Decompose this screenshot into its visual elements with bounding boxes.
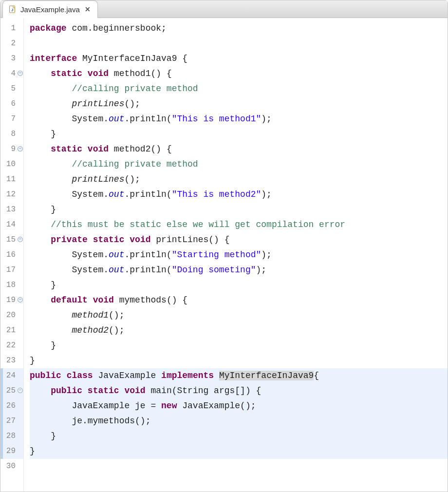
code-line[interactable]: //this must be static else we will get c… <box>30 217 448 232</box>
code-line[interactable]: } <box>30 338 448 353</box>
code-line[interactable]: } <box>30 444 448 459</box>
fold-toggle-icon[interactable]: − <box>18 237 23 242</box>
tab-filename: JavaExample.java <box>20 5 80 14</box>
line-number: 8 <box>0 127 23 142</box>
code-line[interactable]: public static void main(String args[]) { <box>30 383 448 398</box>
code-line[interactable] <box>30 36 448 51</box>
line-number: 18 <box>0 278 23 293</box>
code-line[interactable]: System.out.println("Doing someting"); <box>30 263 448 278</box>
code-line[interactable]: System.out.println("Starting method"); <box>30 247 448 263</box>
line-number: 19− <box>0 293 23 308</box>
line-number: 14 <box>0 217 23 232</box>
line-number: 16 <box>0 247 23 263</box>
code-line[interactable]: } <box>30 278 448 293</box>
code-line[interactable]: static void method1() { <box>30 66 448 81</box>
code-line[interactable]: public class JavaExample implements MyIn… <box>30 368 448 383</box>
line-number: 30 <box>0 459 23 474</box>
code-line[interactable]: System.out.println("This is method1"); <box>30 112 448 127</box>
line-number: 9− <box>0 142 23 157</box>
line-number: 21 <box>0 323 23 338</box>
editor-tab[interactable]: J JavaExample.java ✕ <box>2 0 98 18</box>
line-number: 20 <box>0 308 23 323</box>
line-number: 5 <box>0 81 23 96</box>
code-line[interactable]: } <box>30 429 448 444</box>
line-number: 10 <box>0 157 23 172</box>
code-area[interactable]: 1234−56789−101112131415−16171819−2021222… <box>0 18 448 492</box>
code-line[interactable]: method2(); <box>30 323 448 338</box>
code-lines[interactable]: package com.beginnersbook; interface MyI… <box>24 18 448 492</box>
code-line[interactable]: package com.beginnersbook; <box>30 21 448 36</box>
fold-toggle-icon[interactable]: − <box>18 297 23 303</box>
line-number: 17 <box>0 263 23 278</box>
code-line[interactable]: interface MyInterfaceInJava9 { <box>30 51 448 66</box>
line-number: 24 <box>0 368 23 383</box>
code-line[interactable]: } <box>30 353 448 368</box>
line-number: 26 <box>0 398 23 414</box>
line-number: 1 <box>0 21 23 36</box>
line-number: 29 <box>0 444 23 459</box>
code-line[interactable]: //calling private method <box>30 157 448 172</box>
code-line[interactable]: je.mymethods(); <box>30 414 448 429</box>
line-number: 22 <box>0 338 23 353</box>
line-number: 4− <box>0 66 23 81</box>
code-line[interactable]: } <box>30 202 448 217</box>
fold-toggle-icon[interactable]: − <box>18 388 23 393</box>
line-number: 12 <box>0 187 23 202</box>
line-number: 11 <box>0 172 23 187</box>
editor-container: J JavaExample.java ✕ 1234−56789−10111213… <box>0 0 448 492</box>
fold-toggle-icon[interactable]: − <box>18 71 23 76</box>
line-number: 15− <box>0 232 23 247</box>
line-number: 25− <box>0 383 23 398</box>
code-line[interactable]: method1(); <box>30 308 448 323</box>
java-file-icon: J <box>9 5 17 13</box>
svg-text:J: J <box>11 8 13 12</box>
line-number: 28 <box>0 429 23 444</box>
code-line[interactable]: JavaExample je = new JavaExample(); <box>30 398 448 414</box>
code-line[interactable]: printLines(); <box>30 96 448 112</box>
code-line[interactable]: System.out.println("This is method2"); <box>30 187 448 202</box>
code-line[interactable]: private static void printLines() { <box>30 232 448 247</box>
tab-bar: J JavaExample.java ✕ <box>0 0 448 18</box>
line-number: 13 <box>0 202 23 217</box>
code-line[interactable] <box>30 459 448 474</box>
code-line[interactable]: default void mymethods() { <box>30 293 448 308</box>
line-number: 2 <box>0 36 23 51</box>
line-number: 7 <box>0 112 23 127</box>
line-number: 23 <box>0 353 23 368</box>
line-number: 3 <box>0 51 23 66</box>
line-number: 27 <box>0 414 23 429</box>
code-line[interactable]: static void method2() { <box>30 142 448 157</box>
line-number-gutter: 1234−56789−101112131415−16171819−2021222… <box>0 18 24 492</box>
code-line[interactable]: printLines(); <box>30 172 448 187</box>
code-line[interactable]: } <box>30 127 448 142</box>
line-number: 6 <box>0 96 23 112</box>
fold-toggle-icon[interactable]: − <box>18 146 23 151</box>
close-icon[interactable]: ✕ <box>84 5 92 13</box>
code-line[interactable]: //calling private method <box>30 81 448 96</box>
